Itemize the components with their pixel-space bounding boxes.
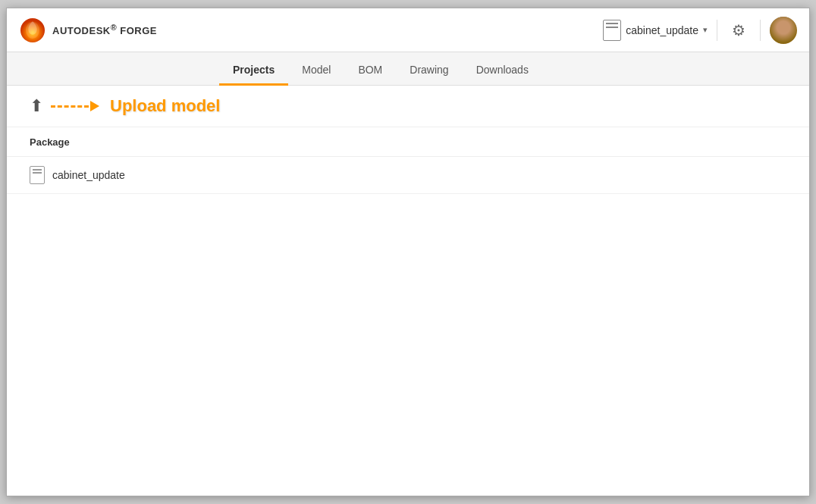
arrow-head (90, 101, 99, 111)
header-divider (717, 20, 717, 41)
project-name-label: cabinet_update (626, 24, 698, 36)
user-avatar[interactable] (770, 17, 797, 44)
tab-downloads[interactable]: Downloads (463, 56, 542, 86)
table-header: Package (7, 127, 809, 157)
settings-button[interactable]: ⚙ (727, 18, 751, 42)
annotation-arrow (51, 101, 102, 111)
dashed-line (51, 105, 89, 108)
main-content: ⬆ Upload model Package cabinet_update (7, 86, 809, 496)
header: AUTODESK® FORGE cabinet_update ▾ ⚙ (7, 8, 809, 52)
nav-bar: Projects Model BOM Drawing Downloads (7, 52, 809, 86)
tab-model[interactable]: Model (288, 56, 344, 86)
table-row[interactable]: cabinet_update (7, 157, 809, 194)
upload-label[interactable]: Upload model (110, 96, 220, 116)
header-divider-2 (760, 20, 761, 41)
logo-area: AUTODESK® FORGE (19, 17, 157, 44)
header-right: cabinet_update ▾ ⚙ (603, 17, 797, 44)
avatar-image (770, 17, 797, 44)
autodesk-logo-icon (19, 17, 46, 44)
tab-drawing[interactable]: Drawing (396, 56, 462, 86)
project-selector[interactable]: cabinet_update ▾ (603, 20, 708, 41)
project-file-icon (603, 20, 621, 41)
file-icon (30, 166, 45, 184)
app-window: AUTODESK® FORGE cabinet_update ▾ ⚙ (6, 8, 810, 496)
package-name: cabinet_update (52, 169, 125, 181)
upload-icon[interactable]: ⬆ (30, 96, 43, 116)
package-column-header: Package (30, 136, 70, 148)
gear-icon: ⚙ (732, 23, 745, 38)
tab-bom[interactable]: BOM (344, 56, 396, 86)
upload-row[interactable]: ⬆ Upload model (7, 86, 809, 127)
logo-text: AUTODESK® FORGE (52, 23, 157, 37)
chevron-down-icon: ▾ (703, 25, 708, 35)
tab-projects[interactable]: Projects (219, 56, 288, 86)
